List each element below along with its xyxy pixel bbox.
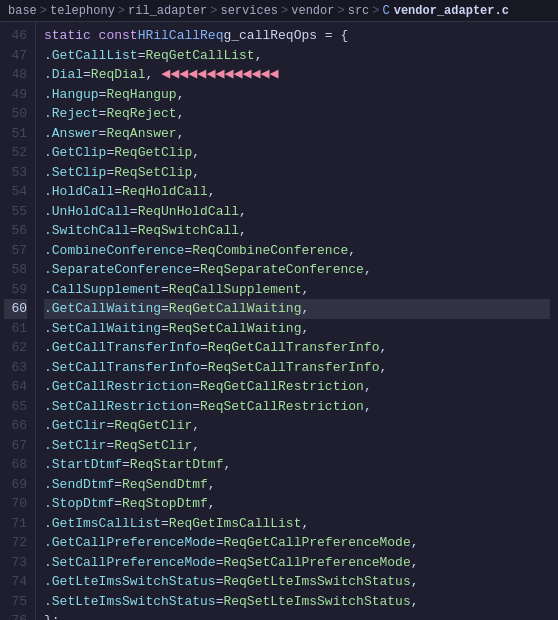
line-numbers: 4647484950515253545556575859606162636465… — [0, 22, 36, 620]
token-member: .UnHoldCall — [44, 202, 130, 222]
line-number-59: 59 — [4, 280, 27, 300]
line-number-70: 70 — [4, 494, 27, 514]
token-val: ReqGetCallTransferInfo — [208, 338, 380, 358]
code-line-47: .GetCallList = ReqGetCallList, — [44, 46, 550, 66]
line-number-66: 66 — [4, 416, 27, 436]
code-line-58: .SeparateConference = ReqSeparateConfere… — [44, 260, 550, 280]
token-val: ReqReject — [106, 104, 176, 124]
token-ident: = — [192, 377, 200, 397]
token-punct: , — [208, 494, 216, 514]
token-member: .GetCallPreferenceMode — [44, 533, 216, 553]
code-line-69: .SendDtmf = ReqSendDtmf, — [44, 475, 550, 495]
token-punct: , — [379, 338, 387, 358]
breadcrumb-ril-adapter[interactable]: ril_adapter — [128, 4, 207, 18]
token-ident: = — [216, 592, 224, 612]
token-ident: = — [114, 182, 122, 202]
line-number-75: 75 — [4, 592, 27, 612]
token-member: .SetCallPreferenceMode — [44, 553, 216, 573]
token-punct: , — [208, 182, 216, 202]
code-line-50: .Reject = ReqReject, — [44, 104, 550, 124]
token-ident: = — [114, 475, 122, 495]
code-line-68: .StartDtmf = ReqStartDtmf, — [44, 455, 550, 475]
breadcrumb-services[interactable]: services — [220, 4, 278, 18]
token-member: .GetCallRestriction — [44, 377, 192, 397]
line-number-55: 55 — [4, 202, 27, 222]
token-val: ReqUnHoldCall — [138, 202, 239, 222]
token-punct: , — [177, 104, 185, 124]
token-ident: = — [106, 416, 114, 436]
token-ident: = — [130, 202, 138, 222]
line-number-71: 71 — [4, 514, 27, 534]
token-val: ReqSendDtmf — [122, 475, 208, 495]
token-val: ReqSetClip — [114, 163, 192, 183]
token-val: ReqSetClir — [114, 436, 192, 456]
token-punct: , — [208, 475, 216, 495]
token-punct: , — [411, 553, 419, 573]
token-punct: , — [239, 202, 247, 222]
token-val: ReqGetCallWaiting — [169, 299, 302, 319]
line-number-47: 47 — [4, 46, 27, 66]
code-content[interactable]: static const HRilCallReq g_callReqOps = … — [36, 22, 558, 620]
token-punct: , — [255, 46, 263, 66]
token-ident: = — [122, 455, 130, 475]
token-type: HRilCallReq — [138, 26, 224, 46]
token-ident: = — [161, 319, 169, 339]
token-ident: = — [200, 338, 208, 358]
code-line-75: .SetLteImsSwitchStatus = ReqSetLteImsSwi… — [44, 592, 550, 612]
token-member: .SetCallWaiting — [44, 319, 161, 339]
token-member: .GetCallList — [44, 46, 138, 66]
code-line-65: .SetCallRestriction = ReqSetCallRestrict… — [44, 397, 550, 417]
token-member: .SetLteImsSwitchStatus — [44, 592, 216, 612]
token-val: ReqDial — [91, 65, 146, 85]
token-member: .GetLteImsSwitchStatus — [44, 572, 216, 592]
code-line-55: .UnHoldCall = ReqUnHoldCall, — [44, 202, 550, 222]
token-member: .GetClip — [44, 143, 106, 163]
breadcrumb-vendor[interactable]: vendor — [291, 4, 334, 18]
line-number-65: 65 — [4, 397, 27, 417]
token-ident: = — [216, 533, 224, 553]
code-line-61: .SetCallWaiting = ReqSetCallWaiting, — [44, 319, 550, 339]
token-member: .GetCallWaiting — [44, 299, 161, 319]
token-punct: , — [364, 260, 372, 280]
line-number-46: 46 — [4, 26, 27, 46]
code-line-46: static const HRilCallReq g_callReqOps = … — [44, 26, 550, 46]
token-member: .SwitchCall — [44, 221, 130, 241]
token-ident: = — [99, 104, 107, 124]
line-number-62: 62 — [4, 338, 27, 358]
code-line-52: .GetClip = ReqGetClip, — [44, 143, 550, 163]
code-line-59: .CallSupplement = ReqCallSupplement, — [44, 280, 550, 300]
line-number-63: 63 — [4, 358, 27, 378]
line-number-73: 73 — [4, 553, 27, 573]
line-number-56: 56 — [4, 221, 27, 241]
token-val: ReqHoldCall — [122, 182, 208, 202]
red-arrow-annotation: ◀◀◀◀◀◀◀◀◀◀◀◀◀ — [161, 64, 278, 87]
code-line-60: .GetCallWaiting = ReqGetCallWaiting, — [44, 299, 550, 319]
token-val: ReqGetClir — [114, 416, 192, 436]
token-member: .SetCallRestriction — [44, 397, 192, 417]
line-number-67: 67 — [4, 436, 27, 456]
breadcrumb-telephony[interactable]: telephony — [50, 4, 115, 18]
token-ident: = — [99, 124, 107, 144]
token-member: .Answer — [44, 124, 99, 144]
code-line-48: .Dial = ReqDial, ◀◀◀◀◀◀◀◀◀◀◀◀◀ — [44, 65, 550, 85]
token-ident: = — [216, 572, 224, 592]
token-punct: , — [192, 143, 200, 163]
breadcrumb-src[interactable]: src — [348, 4, 370, 18]
token-val: ReqGetImsCallList — [169, 514, 302, 534]
breadcrumb-filename[interactable]: vendor_adapter.c — [394, 4, 509, 18]
breadcrumb-base[interactable]: base — [8, 4, 37, 18]
token-val: ReqSetCallPreferenceMode — [223, 553, 410, 573]
token-val: ReqSetCallTransferInfo — [208, 358, 380, 378]
token-val: ReqSeparateConference — [200, 260, 364, 280]
code-line-63: .SetCallTransferInfo = ReqSetCallTransfe… — [44, 358, 550, 378]
token-punct: , — [348, 241, 356, 261]
token-ident: = — [200, 358, 208, 378]
token-member: .CallSupplement — [44, 280, 161, 300]
token-member: .SeparateConference — [44, 260, 192, 280]
line-number-51: 51 — [4, 124, 27, 144]
line-number-74: 74 — [4, 572, 27, 592]
token-val: ReqHangup — [106, 85, 176, 105]
token-member: .HoldCall — [44, 182, 114, 202]
code-line-66: .GetClir = ReqGetClir, — [44, 416, 550, 436]
line-number-50: 50 — [4, 104, 27, 124]
